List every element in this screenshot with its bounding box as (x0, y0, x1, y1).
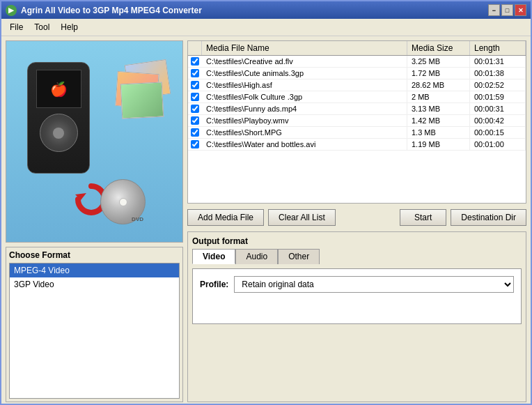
table-header-name: Media File Name (202, 41, 407, 55)
row-name: C:\testfiles\Playboy.wmv (202, 115, 407, 126)
table-row: C:\testfiles\Folk Culture .3gp2 MB00:01:… (188, 91, 526, 103)
row-checkbox-4[interactable] (191, 105, 199, 113)
row-checkbox-2[interactable] (191, 81, 199, 89)
close-button[interactable]: ✕ (515, 4, 526, 16)
row-name: C:\testfiles\Folk Culture .3gp (202, 91, 407, 102)
preview-area: 🍎 (6, 40, 183, 243)
row-checkbox-5[interactable] (191, 116, 199, 125)
row-length: 00:02:52 (470, 79, 526, 91)
row-checkbox-cell (188, 139, 202, 150)
profile-label: Profile: (200, 280, 228, 289)
title-bar-left: ▶ Agrin All Video to 3GP Mp4 MPEG4 Conve… (6, 5, 202, 16)
table-header: Media File Name Media Size Length (188, 41, 526, 56)
dvd-hole (119, 198, 127, 206)
ipod-wheel (40, 114, 78, 152)
row-checkbox-0[interactable] (191, 57, 199, 66)
app-icon: ▶ (6, 5, 17, 16)
row-checkbox-6[interactable] (191, 128, 199, 137)
row-length: 00:00:31 (470, 103, 526, 114)
table-header-length: Length (470, 41, 526, 55)
menu-file[interactable]: File (4, 20, 29, 34)
row-length: 00:00:42 (470, 115, 526, 126)
profile-row: Profile: Retain original data Custom (200, 276, 514, 293)
title-bar: ▶ Agrin All Video to 3GP Mp4 MPEG4 Conve… (1, 1, 531, 19)
row-name: C:\testfiles\Water and bottles.avi (202, 139, 407, 150)
row-size: 1.19 MB (407, 139, 470, 150)
row-checkbox-1[interactable] (191, 69, 199, 77)
main-window: ▶ Agrin All Video to 3GP Mp4 MPEG4 Conve… (0, 0, 532, 405)
profile-select[interactable]: Retain original data Custom (234, 276, 514, 293)
row-size: 1.72 MB (407, 68, 470, 79)
row-name: C:\testfiles\Funny ads.mp4 (202, 103, 407, 114)
clear-all-button[interactable]: Clear All List (268, 209, 336, 226)
row-checkbox-cell (188, 103, 202, 114)
row-name: C:\testfiles\High.asf (202, 79, 407, 91)
row-size: 3.13 MB (407, 103, 470, 114)
row-length: 00:00:15 (470, 127, 526, 138)
row-name: C:\testfiles\Creative ad.flv (202, 56, 407, 67)
row-checkbox-cell (188, 68, 202, 79)
row-length: 00:01:31 (470, 56, 526, 67)
row-size: 28.62 MB (407, 79, 470, 91)
right-panel: Media File Name Media Size Length C:\tes… (187, 40, 526, 402)
row-checkbox-cell (188, 56, 202, 67)
output-format-panel: Output format Video Audio Other Profile:… (187, 231, 526, 403)
table-row: C:\testfiles\Cute animals.3gp1.72 MB00:0… (188, 68, 526, 79)
tab-audio[interactable]: Audio (235, 249, 278, 264)
tab-video[interactable]: Video (192, 249, 235, 264)
row-checkbox-3[interactable] (191, 93, 199, 101)
table-row: C:\testfiles\Water and bottles.avi1.19 M… (188, 139, 526, 151)
destination-dir-button[interactable]: Destination Dir (451, 209, 526, 226)
row-length: 00:01:38 (470, 68, 526, 79)
format-item-mpeg4[interactable]: MPEG-4 Video (10, 263, 179, 277)
add-media-button[interactable]: Add Media File (187, 209, 264, 226)
row-name: C:\testfiles\Cute animals.3gp (202, 68, 407, 79)
table-row: C:\testfiles\Creative ad.flv3.25 MB00:01… (188, 56, 526, 68)
row-size: 1.3 MB (407, 127, 470, 138)
row-size: 2 MB (407, 91, 470, 102)
choose-format-panel: Choose Format MPEG-4 Video 3GP Video (6, 247, 183, 402)
ipod-device: 🍎 (27, 62, 90, 174)
row-size: 1.42 MB (407, 115, 470, 126)
choose-format-title: Choose Format (9, 250, 180, 260)
minimize-button[interactable]: − (488, 4, 500, 16)
table-row: C:\testfiles\Funny ads.mp43.13 MB00:00:3… (188, 103, 526, 115)
row-size: 3.25 MB (407, 56, 470, 67)
table-header-checkbox (188, 41, 202, 55)
menu-tool[interactable]: Tool (29, 20, 55, 34)
dvd-label: DVD (132, 216, 143, 222)
file-table: Media File Name Media Size Length C:\tes… (187, 40, 526, 204)
table-row: C:\testfiles\High.asf28.62 MB00:02:52 (188, 79, 526, 91)
row-checkbox-cell (188, 115, 202, 126)
title-buttons: − □ ✕ (488, 4, 526, 16)
row-length: 00:01:00 (470, 139, 526, 150)
table-header-size: Media Size (407, 41, 470, 55)
row-checkbox-cell (188, 79, 202, 91)
format-list[interactable]: MPEG-4 Video 3GP Video (9, 263, 180, 399)
row-checkbox-cell (188, 127, 202, 138)
output-format-label: Output format (192, 236, 522, 246)
row-checkbox-cell (188, 91, 202, 102)
tab-container: Video Audio Other (192, 249, 522, 264)
maximize-button[interactable]: □ (501, 4, 513, 16)
tab-other[interactable]: Other (278, 249, 320, 264)
row-checkbox-7[interactable] (191, 140, 199, 148)
menu-bar: File Tool Help (1, 19, 531, 36)
menu-help[interactable]: Help (55, 20, 84, 34)
row-name: C:\testfiles\Short.MPG (202, 127, 407, 138)
main-content: 🍎 (1, 36, 531, 405)
photo-card-3 (120, 82, 164, 119)
left-panel: 🍎 (6, 40, 183, 402)
ipod-center-button (53, 128, 64, 139)
button-row: Add Media File Clear All List Start Dest… (187, 206, 526, 229)
table-row: C:\testfiles\Short.MPG1.3 MB00:00:15 (188, 127, 526, 139)
dvd-disc: DVD (100, 179, 146, 224)
format-item-3gp[interactable]: 3GP Video (10, 277, 179, 291)
apple-logo-icon: 🍎 (50, 81, 68, 98)
window-title: Agrin All Video to 3GP Mp4 MPEG4 Convert… (21, 6, 202, 15)
dvd-disc-container: DVD (100, 179, 146, 224)
start-button[interactable]: Start (400, 209, 446, 226)
ipod-screen: 🍎 (36, 70, 81, 108)
row-length: 00:01:59 (470, 91, 526, 102)
table-body: C:\testfiles\Creative ad.flv3.25 MB00:01… (188, 56, 526, 151)
